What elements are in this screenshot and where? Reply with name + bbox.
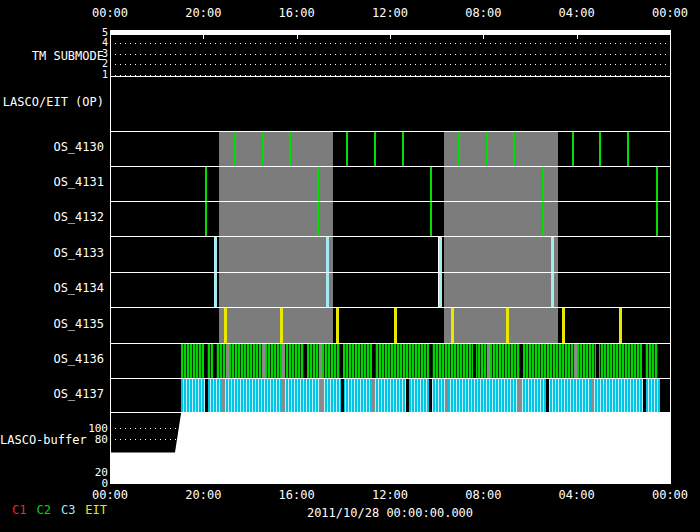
gray-band-os_4134 (444, 273, 558, 307)
tm-submode-dotted-level (110, 64, 670, 65)
row-label-os_4134: OS_4134 (0, 281, 104, 295)
top-axis-tick (273, 31, 274, 35)
top-axis-label: 08:00 (458, 6, 508, 20)
green-event-line (346, 132, 348, 166)
left-border (110, 30, 111, 483)
yellow-event-line (619, 308, 622, 343)
block-stripe (546, 379, 549, 412)
green-event-line (262, 132, 264, 166)
yellow-event-line (506, 308, 509, 343)
block-stripe (205, 379, 208, 412)
top-axis-tick (670, 31, 671, 39)
green-event-line (513, 132, 515, 166)
green-event-line (656, 167, 658, 201)
block-stripe (429, 344, 432, 378)
bottom-axis-label: 00:00 (85, 488, 135, 502)
bottom-axis-label: 08:00 (458, 488, 508, 502)
yellow-event-line (394, 308, 397, 343)
gray-band-os_4135 (444, 308, 558, 343)
green-event-line (627, 132, 629, 166)
top-axis-tick (530, 31, 531, 35)
green-event-line (205, 167, 207, 201)
gray-band-os_4130 (444, 132, 558, 166)
top-axis-tick (343, 31, 344, 35)
row-divider (110, 76, 671, 77)
schedule-plot-window: 543211008020000:0020:0016:0012:0008:0004… (0, 0, 700, 532)
activity-block-os_4137 (181, 379, 660, 412)
row-label-os_4137: OS_4137 (0, 387, 104, 401)
row-divider (110, 236, 671, 237)
block-stripe (445, 379, 448, 412)
green-event-line (458, 132, 460, 166)
gray-band-os_4133 (444, 237, 558, 272)
green-event-line (205, 202, 207, 236)
legend-item-c3: C3 (61, 503, 75, 517)
top-axis-tick (413, 31, 414, 35)
yellow-event-line (451, 308, 454, 343)
block-stripe (320, 379, 323, 412)
cyan-event-line (439, 273, 442, 307)
row-divider (110, 201, 671, 202)
bottom-axis-label: 12:00 (365, 488, 415, 502)
top-axis-tick (390, 31, 391, 39)
row-divider (110, 412, 671, 413)
yellow-event-line (280, 308, 283, 343)
top-axis-tick (600, 31, 601, 35)
top-axis-tick (367, 31, 368, 35)
legend-item-c1: C1 (12, 503, 26, 517)
block-stripe (518, 379, 521, 412)
yellow-event-line (224, 308, 227, 343)
legend-item-eit: EIT (85, 503, 107, 517)
top-axis-tick (460, 31, 461, 35)
tm-level-tick-label: 4 (95, 37, 108, 48)
cyan-event-line (439, 237, 442, 272)
green-event-line (572, 132, 574, 166)
bottom-axis-line (110, 483, 671, 484)
top-axis-tick (320, 31, 321, 35)
row-label-os_4132: OS_4132 (0, 210, 104, 224)
bottom-axis-label: 20:00 (178, 488, 228, 502)
gray-band-os_4132 (444, 202, 558, 236)
bottom-axis-label: 04:00 (552, 488, 602, 502)
top-axis-tick (297, 31, 298, 39)
top-axis-tick (250, 31, 251, 35)
green-event-line (486, 132, 488, 166)
top-axis-tick (157, 31, 158, 35)
buffer-ytick-label: 80 (84, 433, 108, 447)
tm-submode-dotted-level (110, 43, 670, 44)
block-stripe (487, 344, 490, 378)
top-axis-label: 00:00 (645, 6, 695, 20)
yellow-event-line (562, 308, 565, 343)
gray-band-os_4131 (444, 167, 558, 201)
row-label-tm-submode: TM SUBMODE (0, 49, 104, 63)
block-stripe (520, 344, 523, 378)
row-label-os_4131: OS_4131 (0, 175, 104, 189)
cyan-event-line (326, 237, 329, 272)
top-axis-tick (647, 31, 648, 35)
block-stripe (213, 344, 216, 378)
top-axis-label: 00:00 (85, 6, 135, 20)
green-event-line (234, 132, 236, 166)
top-axis-tick (623, 31, 624, 35)
row-divider (110, 131, 671, 132)
block-stripe (304, 344, 307, 378)
tm-level-tick-label: 5 (95, 27, 108, 38)
block-stripe (282, 344, 285, 378)
cyan-event-line (326, 273, 329, 307)
green-event-line (430, 202, 432, 236)
block-stripe (282, 379, 285, 412)
block-stripe (340, 344, 343, 378)
row-divider (110, 166, 671, 167)
legend-item-c2: C2 (36, 503, 50, 517)
row-divider (110, 378, 671, 379)
block-stripe (341, 379, 344, 412)
top-axis-label: 04:00 (552, 6, 602, 20)
activity-block-os_4136 (181, 344, 658, 378)
top-axis-tick (483, 31, 484, 39)
block-stripe (222, 379, 225, 412)
legend: C1C2C3EIT (12, 503, 107, 517)
block-stripe (406, 379, 409, 412)
top-axis-label: 16:00 (272, 6, 322, 20)
top-axis-label: 12:00 (365, 6, 415, 20)
row-divider (110, 272, 671, 273)
